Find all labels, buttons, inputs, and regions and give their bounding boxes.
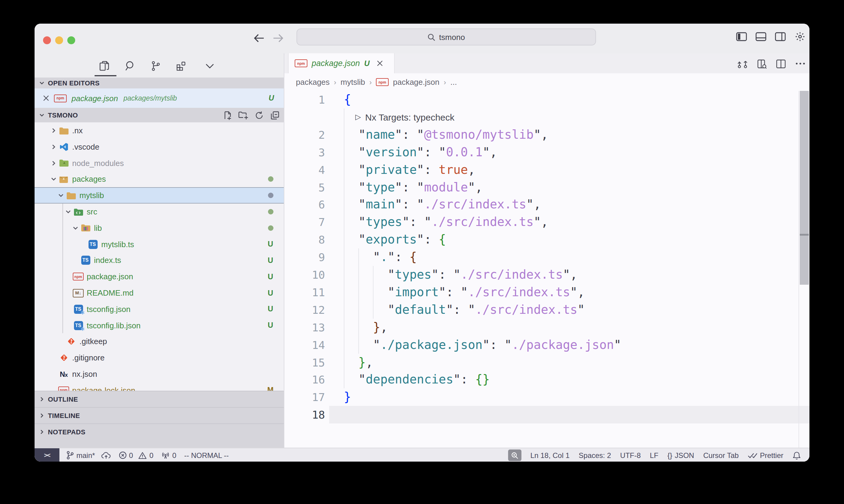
explorer-icon[interactable]: [97, 58, 112, 74]
chevron-down-icon[interactable]: [65, 209, 71, 215]
tree-row[interactable]: TSmytslib.tsU: [35, 236, 284, 252]
tree-row[interactable]: TStsconfig.lib.jsonU: [35, 317, 284, 334]
outline-section-header[interactable]: OUTLINE: [35, 391, 284, 407]
tree-row[interactable]: Nxnx.json: [35, 366, 284, 382]
remote-indicator[interactable]: ><: [35, 448, 59, 462]
zoom-indicator[interactable]: [508, 449, 521, 461]
toggle-primary-sidebar-icon[interactable]: [734, 29, 749, 43]
toggle-secondary-sidebar-icon[interactable]: [773, 29, 788, 43]
code-line[interactable]: },: [344, 318, 388, 336]
toggle-panel-icon[interactable]: [754, 29, 768, 43]
cursor-position-status-item[interactable]: Ln 18, Col 1: [530, 451, 569, 460]
command-center-search[interactable]: tsmono: [296, 29, 596, 46]
indent-guide: [344, 336, 344, 354]
chevron-right-icon[interactable]: [50, 127, 57, 134]
problems-status-item[interactable]: 0 0: [119, 451, 153, 460]
chevron-down-icon[interactable]: [57, 192, 64, 199]
cursor-tab-status-item[interactable]: Cursor Tab: [703, 451, 739, 460]
navigate-forward-icon[interactable]: [271, 31, 286, 46]
window-close-button[interactable]: [43, 36, 51, 44]
code-line[interactable]: }: [344, 389, 351, 406]
tree-row[interactable]: M↓README.mdU: [35, 285, 284, 301]
tree-row[interactable]: lib: [35, 220, 284, 236]
tree-item-label: mytslib.ts: [101, 239, 134, 249]
new-folder-icon[interactable]: [237, 110, 250, 121]
tab-close-icon[interactable]: [376, 60, 383, 67]
timeline-section-header[interactable]: TIMELINE: [35, 407, 284, 424]
branch-status-item[interactable]: main*: [66, 451, 111, 460]
window-minimize-button[interactable]: [55, 36, 63, 44]
close-icon[interactable]: [43, 95, 49, 101]
chevron-down-icon[interactable]: [72, 225, 79, 231]
language-status-item[interactable]: {}JSON: [668, 451, 694, 460]
tree-item-label: package.json: [87, 272, 133, 281]
code-line[interactable]: "version": "0.0.1",: [344, 143, 497, 161]
compare-changes-icon[interactable]: [735, 56, 750, 71]
code-line[interactable]: "name": "@tsmono/mytslib",: [344, 126, 548, 144]
open-editor-item[interactable]: npm package.json packages/mytslib U: [35, 88, 284, 108]
tree-row[interactable]: .gitkeep: [35, 334, 284, 350]
more-actions-icon[interactable]: [793, 56, 808, 71]
tree-row[interactable]: .gitignore: [35, 349, 284, 366]
window-maximize-button[interactable]: [67, 36, 75, 44]
indent-guide: [373, 301, 374, 319]
tree-row[interactable]: TSindex.tsU: [35, 252, 284, 269]
tree-row[interactable]: mytslib: [35, 187, 284, 203]
tree-row[interactable]: node_modules: [35, 155, 284, 171]
breadcrumb-item[interactable]: mytslib: [341, 77, 365, 87]
open-editors-header[interactable]: OPEN EDITORS: [35, 77, 284, 88]
notifications-bell-icon[interactable]: [792, 451, 801, 460]
code-line[interactable]: "main": "./src/index.ts",: [344, 196, 541, 214]
code-line[interactable]: "types": "./src/index.ts",: [344, 266, 578, 284]
search-view-icon[interactable]: [122, 58, 138, 74]
tree-row[interactable]: src: [35, 203, 284, 220]
code-line[interactable]: "types": "./src/index.ts",: [344, 214, 548, 231]
tree-row[interactable]: TStsconfig.jsonU: [35, 301, 284, 318]
code-line[interactable]: "type": "module",: [344, 178, 483, 196]
extensions-icon[interactable]: [173, 58, 189, 74]
tab-package-json[interactable]: npm package.json U: [288, 53, 395, 73]
code-line[interactable]: "private": true,: [344, 161, 475, 178]
ports-status-item[interactable]: 0: [161, 451, 176, 460]
explorer-section-header[interactable]: TSMONO: [35, 108, 284, 122]
code-line[interactable]: "exports": {: [344, 231, 446, 248]
tree-row[interactable]: .nx: [35, 122, 284, 139]
collapse-all-icon[interactable]: [268, 110, 281, 121]
code-line[interactable]: "import": "./src/index.ts",: [344, 284, 585, 301]
source-control-icon[interactable]: [148, 58, 164, 74]
chevron-right-icon[interactable]: [50, 160, 57, 166]
tree-row[interactable]: .vscode: [35, 139, 284, 155]
code-line[interactable]: "dependencies": {}: [344, 371, 490, 389]
codelens-nx-targets[interactable]: ▷Nx Targets: typecheck: [355, 108, 454, 126]
line-number: 17: [285, 389, 325, 406]
new-file-icon[interactable]: [221, 110, 234, 121]
refresh-icon[interactable]: [252, 110, 265, 121]
navigate-back-icon[interactable]: [252, 31, 266, 46]
vim-mode-status-item[interactable]: -- NORMAL --: [184, 451, 229, 460]
notepads-section-header[interactable]: NOTEPADS: [35, 424, 284, 448]
code-editor[interactable]: 1{2 "name": "@tsmono/mytslib",3 "version…: [285, 91, 809, 448]
settings-gear-icon[interactable]: [792, 29, 807, 43]
code-line[interactable]: {: [344, 91, 351, 108]
encoding-status-item[interactable]: UTF-8: [620, 451, 641, 460]
views-more-chevron-icon[interactable]: [202, 58, 218, 74]
code-line[interactable]: },: [344, 354, 373, 371]
tree-row[interactable]: packages: [35, 171, 284, 187]
open-preview-icon[interactable]: [754, 56, 769, 71]
breadcrumb-tail[interactable]: ...: [450, 77, 457, 87]
breadcrumb-item[interactable]: packages: [296, 77, 329, 87]
split-editor-icon[interactable]: [774, 56, 788, 71]
breadcrumb-item[interactable]: package.json: [393, 77, 439, 87]
code-line[interactable]: "default": "./src/index.ts": [344, 301, 585, 319]
code-line[interactable]: ".": {: [344, 248, 417, 266]
tree-row[interactable]: npmpackage.jsonU: [35, 268, 284, 285]
indentation-status-item[interactable]: Spaces: 2: [579, 451, 611, 460]
chevron-right-icon[interactable]: [50, 144, 57, 150]
warning-icon: [139, 452, 147, 459]
chevron-down-icon[interactable]: [50, 176, 57, 183]
scrollbar-slider[interactable]: [800, 91, 809, 285]
code-line[interactable]: "./package.json": "./package.json": [344, 336, 621, 354]
tree-item-label: packages: [72, 175, 106, 184]
formatter-status-item[interactable]: Prettier: [748, 451, 783, 460]
eol-status-item[interactable]: LF: [650, 451, 658, 460]
